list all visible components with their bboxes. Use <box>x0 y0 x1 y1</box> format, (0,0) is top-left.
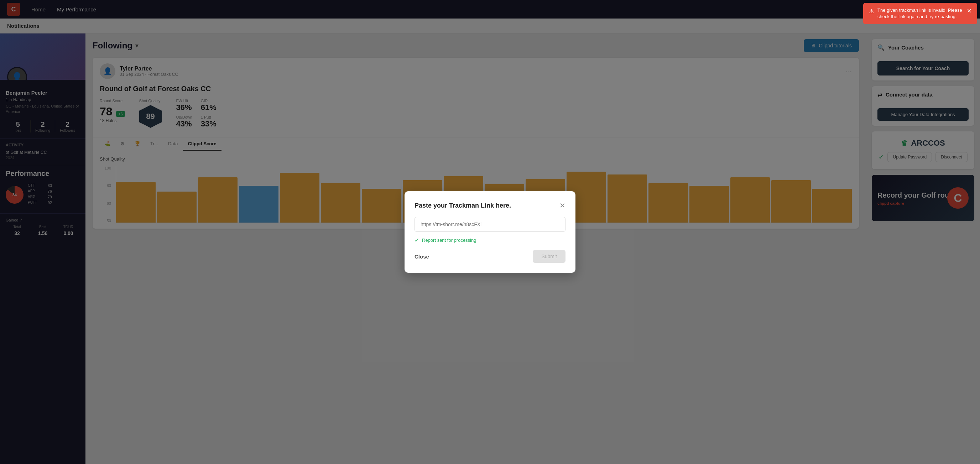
toast-message: The given trackman link is invalid. Plea… <box>877 7 963 20</box>
toast-warning-icon: ⚠ <box>869 8 874 15</box>
modal-submit-label: Submit <box>541 254 557 259</box>
modal-title: Paste your Trackman Link here. <box>415 202 511 210</box>
modal-submit-button[interactable]: Submit <box>533 250 565 263</box>
trackman-modal: Paste your Trackman Link here. ✕ ✓ Repor… <box>404 191 576 273</box>
modal-footer: Close Submit <box>415 250 565 263</box>
modal-header: Paste your Trackman Link here. ✕ <box>415 201 565 210</box>
trackman-link-input[interactable] <box>415 217 565 232</box>
modal-close-label: Close <box>415 254 429 260</box>
modal-close-button[interactable]: ✕ <box>560 201 565 210</box>
modal-cancel-button[interactable]: Close <box>415 254 429 260</box>
modal-overlay: Paste your Trackman Link here. ✕ ✓ Repor… <box>0 0 980 464</box>
error-toast: ⚠ The given trackman link is invalid. Pl… <box>863 3 977 24</box>
success-check-icon: ✓ <box>415 237 419 243</box>
modal-success-message: ✓ Report sent for processing <box>415 237 565 243</box>
success-text: Report sent for processing <box>422 238 476 243</box>
toast-close-button[interactable]: ✕ <box>967 7 972 15</box>
